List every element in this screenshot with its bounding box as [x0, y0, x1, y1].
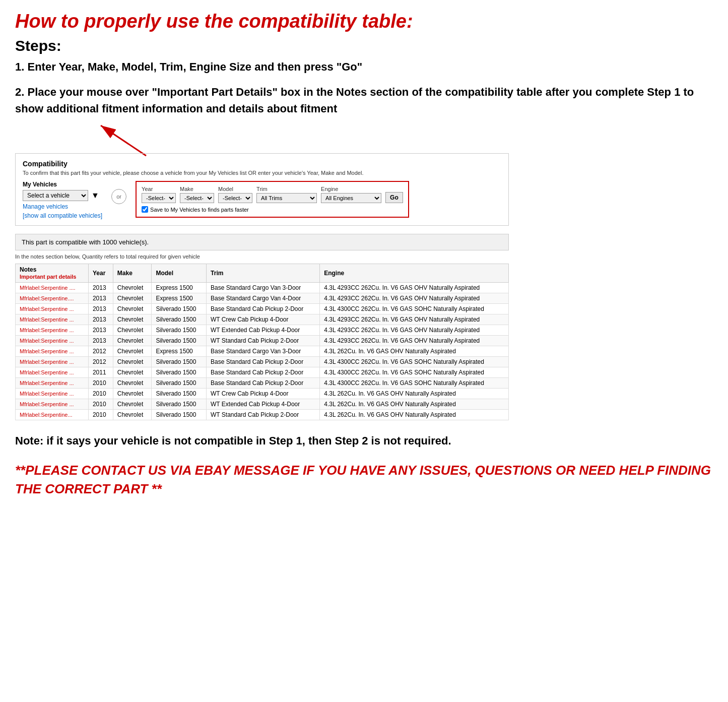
compatible-count-bar: This part is compatible with 1000 vehicl…: [15, 234, 509, 250]
trim-cell: WT Standard Cab Pickup 2-Door: [207, 336, 320, 346]
compatibility-section: Compatibility To confirm that this part …: [15, 153, 509, 226]
show-all-link[interactable]: [show all compatible vehicles]: [23, 212, 102, 219]
engine-cell: 4.3L 4293CC 262Cu. In. V6 GAS OHV Natura…: [320, 325, 509, 336]
table-row: Mfrlabel:Serpentine... 2010 Chevrolet Si…: [16, 410, 509, 420]
model-label: Model: [218, 186, 252, 192]
engine-cell: 4.3L 262Cu. In. V6 GAS OHV Naturally Asp…: [320, 389, 509, 399]
year-cell: 2013: [88, 304, 113, 314]
trim-cell: Base Standard Cab Pickup 2-Door: [207, 378, 320, 389]
contact-text: **PLEASE CONTACT US VIA EBAY MESSAGE IF …: [15, 461, 713, 498]
year-cell: 2013: [88, 293, 113, 304]
notes-cell: Mfrlabel:Serpentine ...: [16, 304, 89, 314]
year-cell: 2012: [88, 346, 113, 357]
trim-cell: Base Standard Cab Pickup 2-Door: [207, 304, 320, 314]
notes-cell: Mfrlabel:Serpentine ...: [16, 325, 89, 336]
trim-cell: Base Standard Cab Pickup 2-Door: [207, 357, 320, 367]
notes-cell: Mfrlabel:Serpentine ...: [16, 314, 89, 325]
year-cell: 2013: [88, 336, 113, 346]
model-cell: Silverado 1500: [152, 325, 207, 336]
make-cell: Chevrolet: [113, 304, 152, 314]
table-row: Mfrlabel:Serpentine ... 2012 Chevrolet E…: [16, 346, 509, 357]
make-cell: Chevrolet: [113, 367, 152, 378]
engine-cell: 4.3L 4293CC 262Cu. In. V6 GAS OHV Natura…: [320, 283, 509, 293]
model-cell: Silverado 1500: [152, 336, 207, 346]
make-select[interactable]: -Select-: [180, 193, 214, 203]
model-cell: Silverado 1500: [152, 389, 207, 399]
year-make-section: Year -Select- Make -Select- Model -Selec…: [136, 181, 409, 218]
save-checkbox-row: Save to My Vehicles to finds parts faste…: [142, 206, 403, 213]
year-cell: 2011: [88, 367, 113, 378]
engine-cell: 4.3L 4300CC 262Cu. In. V6 GAS SOHC Natur…: [320, 367, 509, 378]
engine-cell: 4.3L 4300CC 262Cu. In. V6 GAS SOHC Natur…: [320, 304, 509, 314]
table-row: Mfrlabel:Serpentine ... 2010 Chevrolet S…: [16, 399, 509, 410]
compat-subtitle: To confirm that this part fits your vehi…: [23, 170, 501, 176]
vehicle-select-dropdown[interactable]: Select a vehicle: [23, 190, 88, 201]
model-cell: Silverado 1500: [152, 410, 207, 420]
engine-cell: 4.3L 262Cu. In. V6 GAS OHV Naturally Asp…: [320, 399, 509, 410]
engine-cell: 4.3L 262Cu. In. V6 GAS OHV Naturally Asp…: [320, 410, 509, 420]
my-vehicles-label: My Vehicles: [23, 181, 102, 188]
engine-cell: 4.3L 4293CC 262Cu. In. V6 GAS OHV Natura…: [320, 336, 509, 346]
make-cell: Chevrolet: [113, 378, 152, 389]
my-vehicles-section: My Vehicles Select a vehicle ▼ Manage ve…: [23, 181, 501, 219]
year-cell: 2013: [88, 325, 113, 336]
engine-cell: 4.3L 4300CC 262Cu. In. V6 GAS SOHC Natur…: [320, 378, 509, 389]
table-row: Mfrlabel:Serpentine ... 2011 Chevrolet S…: [16, 367, 509, 378]
notes-header: Notes Important part details: [16, 264, 89, 283]
trim-header: Trim: [207, 264, 320, 283]
trim-cell: Base Standard Cargo Van 3-Door: [207, 346, 320, 357]
notes-cell: Mfrlabel:Serpentine...: [16, 410, 89, 420]
compatibility-table: Notes Important part details Year Make M…: [15, 264, 509, 420]
my-vehicles-panel: My Vehicles Select a vehicle ▼ Manage ve…: [23, 181, 102, 219]
step2-text: 2. Place your mouse over "Important Part…: [15, 84, 713, 117]
year-select[interactable]: -Select-: [142, 193, 176, 203]
go-button[interactable]: Go: [385, 192, 403, 203]
table-row: Mfrlabel:Serpentine ... 2013 Chevrolet S…: [16, 336, 509, 346]
trim-cell: WT Crew Cab Pickup 4-Door: [207, 389, 320, 399]
table-row: Mfrlabel:Serpentine ... 2013 Chevrolet S…: [16, 325, 509, 336]
engine-cell: 4.3L 262Cu. In. V6 GAS OHV Naturally Asp…: [320, 346, 509, 357]
model-cell: Silverado 1500: [152, 314, 207, 325]
engine-col: Engine All Engines: [321, 186, 381, 203]
make-col: Make -Select-: [180, 186, 214, 203]
year-header: Year: [88, 264, 113, 283]
make-header: Make: [113, 264, 152, 283]
manage-vehicles-link[interactable]: Manage vehicles: [23, 203, 102, 210]
step1-text: 1. Enter Year, Make, Model, Trim, Engine…: [15, 59, 713, 75]
year-col: Year -Select-: [142, 186, 176, 203]
engine-cell: 4.3L 4293CC 262Cu. In. V6 GAS OHV Natura…: [320, 293, 509, 304]
notes-cell: Mfrlabel:Serpentine ...: [16, 378, 89, 389]
model-cell: Silverado 1500: [152, 367, 207, 378]
make-cell: Chevrolet: [113, 336, 152, 346]
notes-cell: Mfrlabel:Serpentine ...: [16, 399, 89, 410]
year-cell: 2010: [88, 378, 113, 389]
trim-cell: WT Extended Cab Pickup 4-Door: [207, 325, 320, 336]
engine-select[interactable]: All Engines: [321, 193, 381, 203]
year-cell: 2012: [88, 357, 113, 367]
make-cell: Chevrolet: [113, 346, 152, 357]
trim-cell: WT Extended Cab Pickup 4-Door: [207, 399, 320, 410]
engine-cell: 4.3L 4300CC 262Cu. In. V6 GAS SOHC Natur…: [320, 357, 509, 367]
year-label: Year: [142, 186, 176, 192]
table-header-row: Notes Important part details Year Make M…: [16, 264, 509, 283]
year-cell: 2010: [88, 399, 113, 410]
ym-row: Year -Select- Make -Select- Model -Selec…: [142, 186, 403, 203]
model-cell: Express 1500: [152, 283, 207, 293]
notes-cell: Mfrlabel:Serpentine ...: [16, 346, 89, 357]
save-vehicles-checkbox[interactable]: [142, 206, 148, 213]
make-label: Make: [180, 186, 214, 192]
make-cell: Chevrolet: [113, 410, 152, 420]
or-circle: or: [111, 189, 126, 204]
make-cell: Chevrolet: [113, 325, 152, 336]
note-text: Note: if it says your vehicle is not com…: [15, 432, 713, 449]
model-cell: Express 1500: [152, 346, 207, 357]
trim-cell: Base Standard Cab Pickup 2-Door: [207, 367, 320, 378]
notes-cell: Mfrlabel:Serpentine ...: [16, 357, 89, 367]
table-row: Mfrlabel:Serpentine .... 2013 Chevrolet …: [16, 283, 509, 293]
make-cell: Chevrolet: [113, 283, 152, 293]
notes-info-text: In the notes section below, Quantity ref…: [15, 253, 509, 260]
make-cell: Chevrolet: [113, 357, 152, 367]
trim-select[interactable]: All Trims: [256, 193, 317, 203]
table-row: Mfrlabel:Serpentine ... 2013 Chevrolet S…: [16, 314, 509, 325]
model-select[interactable]: -Select-: [218, 193, 252, 203]
